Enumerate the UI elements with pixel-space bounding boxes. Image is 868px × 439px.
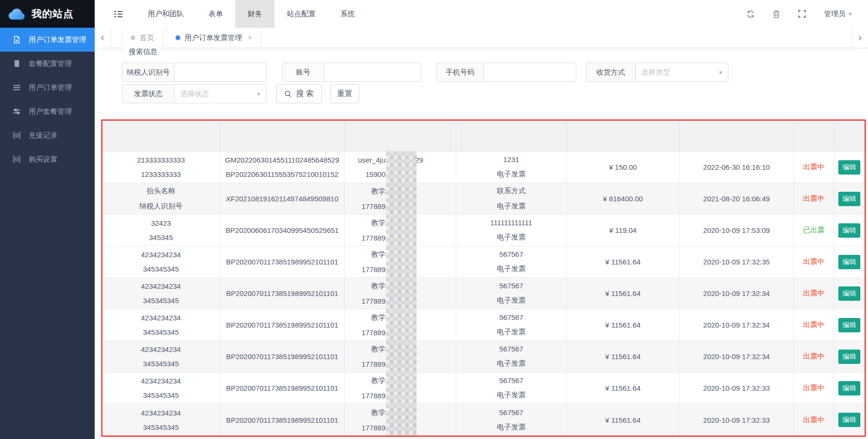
sidebar-item-user-order-invoice[interactable]: 用户订单发票管理 (0, 28, 95, 52)
invoice-amount: ¥ 11561.64 (567, 309, 680, 340)
chevron-left-icon[interactable]: ‹ (95, 28, 111, 48)
tab-bar: ‹ 首页 用户订单发票管理 × › (95, 28, 868, 48)
action-cell: 编辑 (834, 404, 865, 436)
invoice-table: 2133333333331233333333 GM202206301455111… (101, 120, 866, 437)
account-name-suffix: 29 (415, 156, 456, 164)
close-icon[interactable]: × (248, 33, 252, 42)
invoice-title-line: 213333333333 (137, 156, 185, 164)
order-number: BP20200701173851989952101101 (226, 258, 339, 266)
edit-button[interactable]: 编辑 (838, 192, 860, 206)
edit-button[interactable]: 编辑 (838, 318, 860, 332)
account-name: 教学 (345, 345, 385, 354)
fullscreen-icon[interactable] (798, 10, 806, 18)
nav-item-label: 用户和团队 (148, 10, 184, 19)
action-cell: 编辑 (834, 373, 865, 404)
invoice-amount: ¥ 816400.00 (567, 183, 680, 214)
table-row: 4234234234345345345 BP202007011738519899… (102, 246, 865, 278)
search-icon (285, 90, 292, 98)
account-field-group: 账号 (282, 63, 421, 82)
edit-button[interactable]: 编辑 (838, 381, 860, 395)
table-row: 4234234234345345345 BP202007011738519899… (102, 278, 865, 309)
user-menu[interactable]: 管理员 ▾ (824, 10, 852, 19)
account-name: 教学 (345, 219, 385, 228)
account-cell: 教学 177889 (345, 341, 456, 372)
select-placeholder: 选择类型 (641, 68, 670, 77)
edit-button[interactable]: 编辑 (838, 255, 860, 269)
caret-down-icon: ▾ (257, 90, 260, 98)
invoice-title-cell: 2133333333331233333333 (102, 152, 220, 183)
invoice-created-time: 2022-06-30 16:16:10 (680, 152, 794, 183)
purchase-settings-icon (13, 155, 21, 163)
nav-item-site-config[interactable]: 站点配置 (275, 0, 328, 28)
order-number: BP20200701173851989952101101 (226, 352, 339, 361)
order-numbers-cell: BP20200701173851989952101101 (220, 246, 345, 277)
reset-button[interactable]: 重置 (330, 84, 359, 103)
account-phone: 177889 (345, 234, 385, 242)
sidebar-item-package-config[interactable]: 套餐配置管理 (0, 52, 95, 76)
contact-line: 567567 (499, 313, 523, 321)
contact-line: 电子发票 (497, 233, 526, 242)
edit-button[interactable]: 编辑 (838, 223, 860, 238)
order-numbers-cell: GM20220630145511102485648529BP2022063011… (220, 152, 345, 183)
privacy-blur-mask (386, 215, 417, 246)
table-header-cell (456, 121, 567, 151)
invoice-file-icon (13, 36, 21, 44)
invoice-created-time: 2020-10-09 17:32:35 (680, 246, 794, 277)
nav-item-label: 系统 (341, 10, 355, 19)
delivery-field-group: 收货方式 选择类型 ▾ (586, 63, 728, 82)
contact-line: 567567 (499, 408, 523, 417)
invoice-title-cell: 4234234234345345345 (102, 278, 220, 309)
invoice-title-line: 4234234234 (141, 282, 181, 290)
sidebar-item-user-packages[interactable]: 用户套餐管理 (0, 99, 95, 123)
search-panel-border: 搜索信息 (101, 50, 857, 50)
account-input[interactable] (324, 63, 421, 82)
privacy-blur-mask (386, 183, 417, 214)
invoice-title-line: 纳税人识别号 (140, 202, 183, 211)
invoice-title-line: 345345345 (143, 423, 179, 431)
nav-item-users-teams[interactable]: 用户和团队 (135, 0, 196, 28)
order-number: BP20200606170340995450525651 (226, 226, 339, 234)
contact-cell: 111111111111电子发票 (456, 215, 567, 246)
contact-line: 567567 (499, 376, 523, 384)
search-button-label: 搜 索 (296, 89, 313, 99)
action-cell: 编辑 (834, 215, 865, 246)
invoice-amount: ¥ 150.00 (567, 152, 680, 183)
trash-icon[interactable] (773, 10, 780, 18)
table-row: 4234234234345345345 BP202007011738519899… (102, 309, 865, 341)
taxpayer-id-input[interactable] (175, 63, 266, 82)
sidebar-item-purchase-settings[interactable]: 购买设置 (0, 147, 95, 171)
invoice-title-cell: 4234234234345345345 (102, 404, 220, 436)
delivery-select[interactable]: 选择类型 ▾ (636, 63, 728, 82)
invoice-title-line: 345345 (149, 233, 173, 241)
sidebar-item-recharge-records[interactable]: 充值记录 (0, 123, 95, 147)
invoice-title-cell: 4234234234345345345 (102, 309, 220, 340)
chevron-right-icon[interactable]: › (852, 28, 868, 48)
edit-button[interactable]: 编辑 (838, 350, 860, 364)
tab-user-order-invoice[interactable]: 用户订单发票管理 × (166, 28, 261, 48)
phone-input[interactable] (483, 63, 576, 82)
edit-button[interactable]: 编辑 (838, 286, 860, 301)
edit-button[interactable]: 编辑 (838, 413, 860, 427)
invoice-created-time: 2020-10-09 17:53:09 (680, 215, 794, 246)
contact-line: 567567 (499, 282, 523, 290)
nav-item-label: 表单 (209, 10, 223, 19)
package-config-icon (13, 60, 21, 67)
search-button[interactable]: 搜 索 (276, 84, 322, 103)
nav-item-forms[interactable]: 表单 (196, 0, 235, 28)
sidebar-item-user-orders[interactable]: 用户订单管理 (0, 76, 95, 99)
edit-button[interactable]: 编辑 (838, 160, 860, 175)
contact-line: 电子发票 (497, 359, 526, 368)
menu-collapse-icon[interactable] (114, 0, 123, 28)
tab-home[interactable]: 首页 (121, 28, 163, 48)
action-cell: 编辑 (834, 309, 865, 340)
delivery-label: 收货方式 (586, 63, 636, 82)
invoice-amount: ¥ 119.04 (567, 215, 680, 246)
contact-line: 电子发票 (497, 264, 526, 274)
nav-item-finance[interactable]: 财务 (235, 0, 275, 28)
phone-label: 手机号码 (437, 63, 483, 82)
nav-item-system[interactable]: 系统 (328, 0, 367, 28)
invoice-status-select[interactable]: 选择状态 ▾ (175, 84, 266, 103)
invoice-title-line: 345345345 (143, 391, 179, 399)
refresh-icon[interactable] (747, 10, 755, 18)
account-cell: user_4ju 29 15900 (345, 152, 456, 183)
